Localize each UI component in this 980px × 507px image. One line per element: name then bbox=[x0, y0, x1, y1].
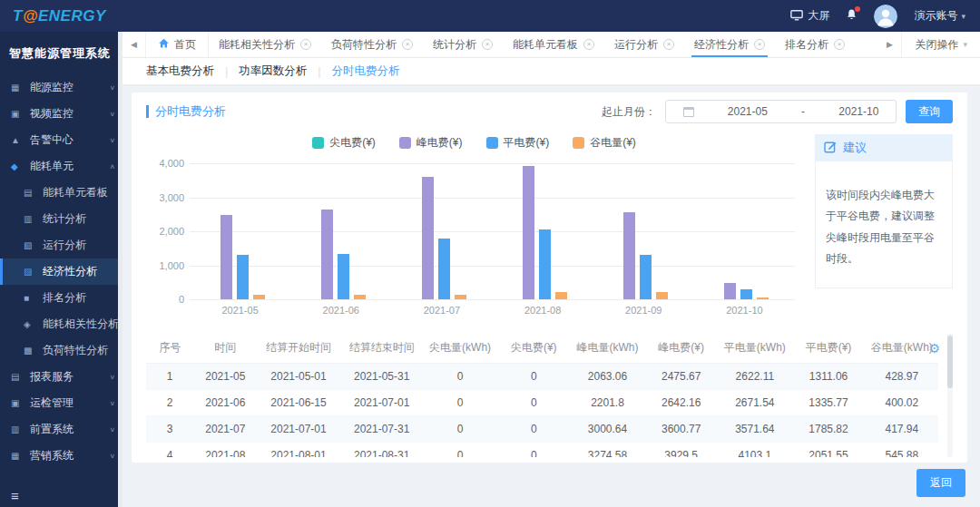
sidebar-item-load-characteristic[interactable]: ▩负荷特性分析 bbox=[0, 337, 122, 364]
sidebar-item-unit-board[interactable]: ▤能耗单元看板 bbox=[0, 180, 122, 206]
chart-bar[interactable] bbox=[253, 295, 265, 299]
chart-bar[interactable] bbox=[455, 295, 466, 299]
top-header: T@ENERGY 大屏 演示账号 ▾ bbox=[0, 0, 980, 32]
chevron-down-icon: ∨ bbox=[109, 374, 115, 381]
subtab-tou-fee[interactable]: 分时电费分析 bbox=[321, 63, 411, 79]
tab-correlation[interactable]: 能耗相关性分析× bbox=[209, 32, 321, 57]
chart-bar[interactable] bbox=[757, 297, 769, 299]
chart-bar[interactable] bbox=[523, 166, 534, 299]
notification-button[interactable] bbox=[846, 8, 858, 24]
table-cell: 2622.11 bbox=[718, 363, 791, 389]
legend-item[interactable]: 峰电费(¥) bbox=[399, 135, 463, 151]
tab-run[interactable]: 运行分析× bbox=[604, 32, 684, 57]
sidebar-item-video-monitor[interactable]: ▣视频监控∨ bbox=[0, 101, 122, 127]
ranking-icon: ■ bbox=[24, 293, 38, 303]
chart-bar[interactable] bbox=[539, 229, 551, 299]
close-operations-dropdown[interactable]: 关闭操作 ▾ bbox=[901, 32, 980, 57]
chart-bar[interactable] bbox=[555, 292, 567, 299]
close-icon[interactable]: × bbox=[482, 39, 493, 50]
table-cell: 3274.58 bbox=[571, 442, 644, 457]
end-month-value[interactable]: 2021-10 bbox=[838, 105, 878, 118]
table-cell: 2051.55 bbox=[791, 442, 865, 457]
close-icon[interactable]: × bbox=[663, 39, 674, 50]
sidebar-item-report-service[interactable]: ▤报表服务∨ bbox=[0, 364, 122, 390]
close-icon[interactable]: × bbox=[402, 39, 413, 50]
table-cell: 2021-08 bbox=[193, 442, 257, 457]
sidebar-item-run-analysis[interactable]: ▧运行分析 bbox=[0, 232, 122, 258]
column-header: 平电量(kWh) bbox=[718, 334, 791, 363]
tab-home[interactable]: 首页 bbox=[146, 32, 209, 57]
sidebar-item-label: 告警中心 bbox=[30, 132, 74, 148]
start-month-value[interactable]: 2021-05 bbox=[728, 105, 768, 118]
chart-bar[interactable] bbox=[338, 254, 349, 299]
legend-item[interactable]: 尖电费(¥) bbox=[312, 135, 376, 151]
table-cell: 2671.54 bbox=[718, 389, 791, 415]
sidebar-item-label: 统计分析 bbox=[43, 211, 86, 227]
tab-ranking[interactable]: 排名分析× bbox=[775, 32, 855, 57]
subtab-power-factor[interactable]: 功率因数分析 bbox=[228, 63, 318, 79]
big-screen-button[interactable]: 大屏 bbox=[790, 8, 829, 24]
sidebar-item-inspection-mgmt[interactable]: ▣运检管理∨ bbox=[0, 390, 122, 416]
subtab-basic-fee[interactable]: 基本电费分析 bbox=[135, 63, 225, 79]
sidebar-item-front-system[interactable]: ▥前置系统∨ bbox=[0, 416, 122, 443]
tab-label: 能耗相关性分析 bbox=[219, 37, 295, 53]
close-icon[interactable]: × bbox=[754, 39, 765, 50]
account-menu[interactable]: 演示账号 ▾ bbox=[914, 8, 965, 24]
close-icon[interactable]: × bbox=[583, 39, 594, 50]
table-cell: 400.02 bbox=[866, 389, 938, 415]
chart-bar[interactable] bbox=[354, 295, 366, 299]
close-icon[interactable]: × bbox=[300, 39, 311, 50]
table-cell: 4 bbox=[146, 442, 193, 457]
legend-item[interactable]: 谷电量(¥) bbox=[573, 135, 636, 151]
sidebar-item-marketing-system[interactable]: ▦营销系统∨ bbox=[0, 443, 122, 469]
chart-bar[interactable] bbox=[656, 292, 668, 299]
date-range-input[interactable]: 2021-05 - 2021-10 bbox=[665, 100, 897, 123]
sidebar-item-label: 营销系统 bbox=[30, 448, 74, 463]
sidebar-item-energy-monitor[interactable]: ▦能源监控∨ bbox=[0, 74, 122, 101]
sidebar-item-ranking-analysis[interactable]: ■排名分析 bbox=[0, 285, 122, 311]
tabs-scroll-right-icon[interactable]: ▶ bbox=[877, 32, 901, 57]
report-icon: ▤ bbox=[11, 372, 25, 382]
chart-bar[interactable] bbox=[220, 215, 232, 299]
chevron-down-icon: ∨ bbox=[109, 137, 115, 144]
chart-bar[interactable] bbox=[438, 239, 450, 299]
back-button[interactable]: 返回 bbox=[916, 469, 965, 497]
chart-bar[interactable] bbox=[237, 255, 249, 299]
chart-bar[interactable] bbox=[422, 177, 434, 299]
table-scrollbar-thumb[interactable] bbox=[947, 336, 953, 388]
user-avatar[interactable] bbox=[874, 5, 897, 28]
tab-load[interactable]: 负荷特性分析× bbox=[321, 32, 423, 57]
sidebar-item-correlation-analysis[interactable]: ◈能耗相关性分析 bbox=[0, 311, 122, 337]
close-icon[interactable]: × bbox=[834, 39, 845, 50]
chart-bar[interactable] bbox=[321, 210, 333, 299]
legend-label: 谷电量(¥) bbox=[590, 135, 636, 151]
sidebar-menu: ▦能源监控∨▣视频监控∨▲告警中心∨◆能耗单元∧▤能耗单元看板▥统计分析▧运行分… bbox=[0, 74, 122, 469]
tab-economic[interactable]: 经济性分析× bbox=[684, 32, 775, 57]
hamburger-icon[interactable]: ≡ bbox=[11, 488, 19, 503]
open-tabs: 能耗相关性分析×负荷特性分析×统计分析×能耗单元看板×运行分析×经济性分析×排名… bbox=[209, 32, 877, 57]
chart-bar[interactable] bbox=[623, 212, 635, 299]
sidebar-item-energy-unit[interactable]: ◆能耗单元∧ bbox=[0, 153, 122, 180]
query-button[interactable]: 查询 bbox=[906, 100, 953, 123]
sidebar-item-stat-analysis[interactable]: ▥统计分析 bbox=[0, 206, 122, 232]
table-cell: 2021-07-31 bbox=[340, 415, 424, 442]
sidebar-scrollbar[interactable] bbox=[118, 32, 122, 507]
gear-icon[interactable]: ⚙ bbox=[928, 341, 940, 356]
tabs-scroll-left-icon[interactable]: ◀ bbox=[122, 32, 146, 57]
edit-icon bbox=[824, 141, 837, 156]
chart-bar[interactable] bbox=[740, 289, 752, 299]
table-cell: 3000.64 bbox=[571, 415, 644, 442]
sidebar-item-label: 前置系统 bbox=[30, 422, 74, 437]
chart-section: 尖电费(¥)峰电费(¥)平电费(¥)谷电量(¥) 2021-052021-062… bbox=[132, 131, 967, 323]
y-axis-tick: 1,000 bbox=[146, 260, 184, 271]
tab-unit-board[interactable]: 能耗单元看板× bbox=[503, 32, 604, 57]
sidebar-item-alarm-center[interactable]: ▲告警中心∨ bbox=[0, 127, 122, 153]
app-window: T@ENERGY 大屏 演示账号 ▾ bbox=[0, 0, 980, 507]
chart-bar[interactable] bbox=[724, 283, 736, 299]
system-title: 智慧能源管理系统 bbox=[0, 32, 122, 74]
chart-bar[interactable] bbox=[640, 255, 652, 299]
legend-item[interactable]: 平电费(¥) bbox=[486, 135, 550, 151]
sidebar-item-economic-analysis[interactable]: ▨经济性分析 bbox=[0, 258, 122, 285]
table-cell: 2021-06 bbox=[193, 389, 257, 415]
tab-stat[interactable]: 统计分析× bbox=[423, 32, 503, 57]
